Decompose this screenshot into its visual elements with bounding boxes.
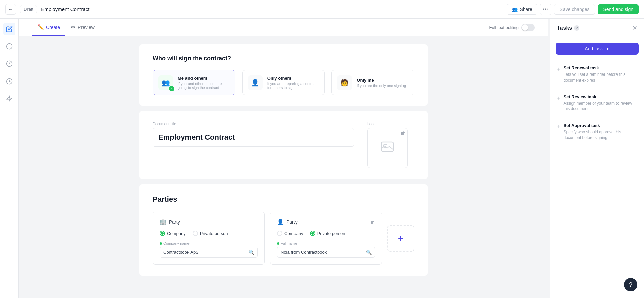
topbar: ← Draft Employment Contract 👥 Share ••• … [0, 0, 644, 19]
sidebar-icon-edit[interactable] [3, 23, 15, 35]
party1-search-icon: 🔍 [249, 250, 254, 255]
signing-option-only-others[interactable]: 👤 Only others If you are preparing a con… [242, 70, 325, 95]
logo-label: Logo [367, 122, 414, 126]
only-others-icon: 👤 [248, 75, 263, 90]
full-text-editing-toggle: Full text editing [489, 24, 535, 31]
party1-company-radio[interactable]: Company [160, 231, 186, 236]
document-form-card: Document title Logo 🗑 [139, 111, 428, 179]
party-icon-2: 👤 [277, 219, 284, 225]
party2-fullname-input[interactable] [277, 247, 375, 258]
party2-delete-icon[interactable]: 🗑 [370, 219, 375, 225]
sidebar-icon-circle[interactable] [3, 40, 15, 52]
logo-area: Logo 🗑 [367, 122, 414, 168]
logo-placeholder-icon [379, 139, 395, 157]
add-task-button[interactable]: Add task ▼ [556, 43, 639, 55]
save-button[interactable]: Save changes [554, 4, 595, 15]
add-task-chevron: ▼ [606, 46, 610, 51]
only-me-text: Only me If you are the only one signing [357, 78, 406, 88]
signing-option-only-me[interactable]: 🧑 Only me If you are the only one signin… [331, 70, 414, 95]
help-button[interactable]: ? [624, 278, 637, 291]
party-icon-1: 🏢 [160, 219, 166, 225]
party2-input-wrap: 🔍 [277, 247, 375, 258]
party-header-left-2: 👤 Party [277, 219, 298, 225]
document-form-left: Document title [153, 122, 354, 147]
document-area: Who will sign the contract? 👥 ✓ Me and o… [132, 44, 434, 276]
party2-private-radio[interactable]: Private person [310, 231, 345, 236]
share-button[interactable]: 👥 Share [507, 4, 537, 15]
add-party-button[interactable]: + [387, 225, 414, 252]
signing-option-me-and-others[interactable]: 👥 ✓ Me and others If you and other peopl… [153, 70, 235, 95]
party1-dot [160, 242, 162, 245]
only-others-text: Only others If you are preparing a contr… [267, 76, 319, 90]
task-review-add-icon[interactable]: + [557, 95, 561, 102]
more-button[interactable]: ••• [540, 4, 551, 15]
sidebar-icon-lightning[interactable] [3, 93, 15, 105]
task-approval-content: Set Approval task Specify who should app… [564, 123, 637, 141]
task-item-approval-header: + Set Approval task Specify who should a… [557, 123, 637, 141]
tasks-info-icon[interactable]: ? [574, 25, 579, 31]
parties-grid: 🏢 Party Company [153, 212, 414, 265]
party2-search-icon: 🔍 [366, 250, 372, 255]
title-field-label: Document title [153, 122, 354, 126]
task-item-approval: + Set Approval task Specify who should a… [550, 117, 644, 146]
selected-check: ✓ [169, 86, 174, 91]
party1-company-radio-inner [161, 232, 164, 235]
party1-input-wrap: 🔍 [160, 247, 258, 258]
send-button[interactable]: Send and sign [598, 4, 639, 14]
create-icon: ✏️ [38, 24, 44, 30]
me-and-others-icon: 👥 ✓ [158, 75, 173, 90]
party2-company-radio[interactable]: Company [277, 231, 303, 236]
document-title: Employment Contract [41, 6, 503, 12]
tasks-panel-inner: Tasks ? ✕ Add task ▼ + Set Renewal task … [550, 19, 644, 298]
party1-private-radio[interactable]: Private person [193, 231, 228, 236]
signing-section-title: Who will sign the contract? [153, 55, 414, 62]
party-header-2: 👤 Party 🗑 [277, 219, 375, 225]
center-content: ✏️ Create 👁 Preview Full text editing Wh… [19, 19, 548, 298]
party2-private-radio-outer [310, 231, 315, 236]
party-header-1: 🏢 Party [160, 219, 258, 225]
tasks-close-icon[interactable]: ✕ [632, 24, 637, 32]
party1-field-group: Company name 🔍 [160, 241, 258, 258]
party1-field-indicator: Company name [160, 241, 258, 245]
main-layout: ✏️ Create 👁 Preview Full text editing Wh… [0, 19, 644, 298]
tabs-bar: ✏️ Create 👁 Preview Full text editing [19, 19, 548, 36]
task-item-review: + Set Review task Assign member of your … [550, 89, 644, 118]
tabs: ✏️ Create 👁 Preview [32, 19, 100, 36]
logo-delete-icon[interactable]: 🗑 [400, 130, 405, 136]
task-review-content: Set Review task Assign member of your te… [564, 94, 637, 112]
task-approval-add-icon[interactable]: + [557, 123, 561, 131]
tab-create[interactable]: ✏️ Create [32, 19, 65, 36]
left-sidebar [0, 19, 19, 298]
only-me-icon: 🧑 [337, 75, 352, 90]
draft-badge: Draft [20, 5, 37, 13]
party1-private-radio-outer [193, 231, 198, 236]
share-icon: 👥 [512, 7, 518, 12]
party-card-1: 🏢 Party Company [153, 212, 265, 265]
parties-card: Parties 🏢 Party [139, 184, 428, 276]
signing-options: 👥 ✓ Me and others If you and other peopl… [153, 70, 414, 95]
party2-radio-group: Company Private person [277, 231, 375, 236]
party1-company-radio-outer [160, 231, 165, 236]
party1-radio-group: Company Private person [160, 231, 258, 236]
party1-company-input[interactable] [160, 247, 258, 258]
task-item-renewal-header: + Set Renewal task Lets you set a remind… [557, 65, 637, 83]
logo-box: 🗑 [367, 128, 408, 168]
preview-icon: 👁 [71, 24, 76, 30]
party2-field-group: Full name 🔍 [277, 241, 375, 258]
me-and-others-text: Me and others If you and other people ar… [178, 76, 230, 90]
party2-field-indicator: Full name [277, 241, 375, 245]
party-card-2: 👤 Party 🗑 Company [270, 212, 382, 265]
task-renewal-content: Set Renewal task Lets you set a reminder… [564, 65, 637, 83]
tab-preview[interactable]: 👁 Preview [65, 19, 100, 36]
full-text-toggle[interactable] [521, 24, 535, 31]
tasks-panel: Tasks ? ✕ Add task ▼ + Set Renewal task … [550, 19, 644, 298]
back-button[interactable]: ← [5, 4, 16, 15]
topbar-actions: 👥 Share ••• Save changes Send and sign [507, 4, 639, 15]
tasks-panel-header: Tasks ? ✕ [550, 19, 644, 37]
party-header-left-1: 🏢 Party [160, 219, 180, 225]
document-title-input[interactable] [153, 128, 354, 147]
sidebar-icon-clock[interactable] [3, 75, 15, 87]
sidebar-icon-info[interactable] [3, 58, 15, 70]
task-renewal-add-icon[interactable]: + [557, 66, 561, 73]
toggle-knob [522, 24, 528, 31]
